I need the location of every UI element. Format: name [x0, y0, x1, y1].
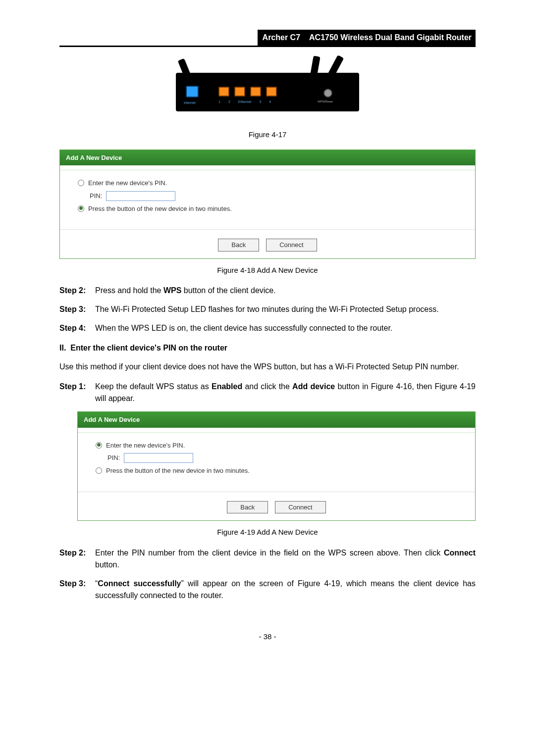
pin-input[interactable]	[124, 453, 193, 463]
eth-label: Ethernet	[238, 100, 251, 105]
pin-input[interactable]	[106, 191, 175, 201]
wps-reset-button-icon	[323, 89, 332, 98]
step-text: The Wi-Fi Protected Setup LED flashes fo…	[95, 303, 476, 315]
step-label: Step 2:	[59, 285, 95, 297]
product-title: AC1750 Wireless Dual Band Gigabit Router	[305, 30, 476, 46]
page-header: Archer C7 AC1750 Wireless Dual Band Giga…	[59, 30, 476, 47]
radio-icon[interactable]	[96, 442, 102, 449]
connect-button[interactable]: Connect	[275, 501, 325, 514]
step-text: Keep the default WPS status as Enabled a…	[95, 381, 476, 404]
radio-icon[interactable]	[78, 205, 84, 212]
product-header: Archer C7 AC1750 Wireless Dual Band Giga…	[258, 30, 476, 46]
option-press-button[interactable]: Press the button of the new device in tw…	[96, 466, 465, 476]
figure-caption: Figure 4-19 Add A New Device	[59, 527, 476, 538]
option-label: Press the button of the new device in tw…	[106, 466, 250, 476]
back-button[interactable]: Back	[227, 501, 268, 514]
wan-port-label: Internet	[184, 101, 196, 106]
radio-icon[interactable]	[78, 180, 84, 186]
ethernet-port-icon	[234, 87, 245, 97]
eth-label: 3	[259, 100, 261, 105]
option-label: Enter the new device's PIN.	[106, 441, 185, 451]
back-button[interactable]: Back	[218, 239, 259, 252]
step-text: Press and hold the WPS button of the cli…	[95, 285, 476, 297]
eth-label: 4	[269, 100, 271, 105]
ethernet-port-icon	[250, 87, 261, 97]
dialog-heading: Add A New Device	[60, 150, 475, 166]
option-label: Enter the new device's PIN.	[88, 178, 167, 188]
dialog-heading: Add A New Device	[78, 412, 475, 428]
step-label: Step 3:	[59, 303, 95, 315]
paragraph: Use this method if your client device do…	[59, 361, 476, 373]
page-number: - 38 -	[59, 631, 476, 643]
option-press-button[interactable]: Press the button of the new device in tw…	[78, 204, 465, 214]
figure-caption: Figure 4-17	[59, 129, 476, 141]
ethernet-port-labels: 1 2 Ethernet 3 4	[218, 100, 271, 105]
wps-reset-label: WPS/Reset	[318, 100, 333, 104]
step-label: Step 4:	[59, 322, 95, 334]
option-enter-pin[interactable]: Enter the new device's PIN.	[96, 441, 465, 451]
option-enter-pin[interactable]: Enter the new device's PIN.	[78, 178, 465, 188]
wan-port-icon	[186, 86, 199, 98]
step-text: Enter the PIN number from the client dev…	[95, 547, 476, 571]
product-model: Archer C7	[258, 30, 305, 46]
step-label: Step 2:	[59, 547, 95, 571]
option-label: Press the button of the new device in tw…	[88, 204, 232, 214]
connect-button[interactable]: Connect	[266, 239, 317, 252]
step-text: When the WPS LED is on, the client devic…	[95, 322, 476, 334]
radio-icon[interactable]	[96, 467, 102, 474]
pin-label: PIN:	[90, 191, 102, 201]
eth-label: 2	[228, 100, 230, 105]
section-heading: II. Enter the client device's PIN on the…	[59, 342, 476, 354]
figure-caption: Figure 4-18 Add A New Device	[59, 265, 476, 276]
ethernet-port-icon	[218, 87, 229, 97]
step-text: “Connect successfully” will appear on th…	[95, 578, 476, 602]
pin-label: PIN:	[107, 453, 120, 463]
add-device-dialog: Add A New Device Enter the new device's …	[77, 411, 476, 521]
step-label: Step 1:	[59, 381, 95, 404]
ethernet-port-icon	[266, 87, 277, 97]
step-label: Step 3:	[59, 578, 95, 602]
eth-label: 1	[218, 100, 220, 105]
router-illustration: Internet 1 2 Ethernet 3 4 WPS/Reset	[176, 62, 359, 121]
add-device-dialog: Add A New Device Enter the new device's …	[59, 150, 476, 259]
